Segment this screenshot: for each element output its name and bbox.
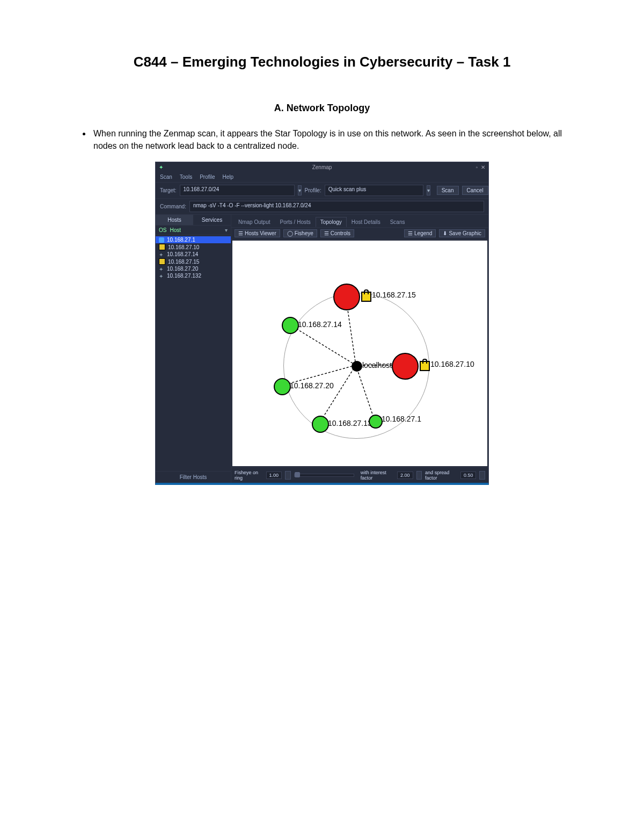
os-icon: ✦ xyxy=(159,266,164,272)
list-icon: ☰ xyxy=(238,230,243,236)
command-label: Command: xyxy=(160,204,186,209)
cancel-button[interactable]: Cancel xyxy=(462,186,488,195)
target-label: Target: xyxy=(160,187,177,193)
close-icon[interactable]: ✕ xyxy=(481,164,485,170)
fisheye-ring-label: Fisheye on ring xyxy=(235,470,263,481)
minimize-icon[interactable]: ▫ xyxy=(475,164,478,170)
col-host: Host xyxy=(170,227,181,233)
fisheye-slider[interactable] xyxy=(294,474,354,477)
section-heading: A. Network Topology xyxy=(80,103,564,114)
legend-button[interactable]: ☰Legend xyxy=(404,229,436,237)
tab-scans[interactable]: Scans xyxy=(385,217,410,227)
sidebar: Hosts Services OS Host ▾ 10.168.27.110.1… xyxy=(156,215,231,483)
command-input[interactable]: nmap -sV -T4 -O -F --version-light 10.16… xyxy=(189,201,484,212)
os-icon xyxy=(159,258,165,265)
col-os: OS xyxy=(159,227,166,233)
scan-button[interactable]: Scan xyxy=(437,186,459,195)
sort-icon[interactable]: ▾ xyxy=(225,227,228,233)
window-title: Zenmap xyxy=(312,164,332,170)
host-row[interactable]: ✦10.168.27.14 xyxy=(156,251,231,258)
controls-button[interactable]: ☰Controls xyxy=(320,229,354,237)
menu-profile[interactable]: Profile xyxy=(200,174,215,180)
fisheye-ring-stepper[interactable] xyxy=(285,471,291,480)
target-input[interactable]: 10.168.27.0/24 xyxy=(180,185,295,196)
menu-scan[interactable]: Scan xyxy=(160,174,172,180)
titlebar: ✦ Zenmap ▫ ✕ xyxy=(156,162,488,172)
fisheye-button[interactable]: ◯Fisheye xyxy=(283,229,317,237)
tab-ports-hosts[interactable]: Ports / Hosts xyxy=(275,217,315,227)
host-row[interactable]: 10.168.27.15 xyxy=(156,258,231,265)
profile-dropdown-icon[interactable]: ▾ xyxy=(427,185,430,195)
spread-factor-label: and spread factor xyxy=(425,470,457,481)
host-ip: 10.168.27.14 xyxy=(167,251,198,257)
tab-topology[interactable]: Topology xyxy=(316,217,347,227)
main-tabs: Nmap Output Ports / Hosts Topology Host … xyxy=(231,215,488,227)
fisheye-icon: ◯ xyxy=(287,230,293,236)
os-icon xyxy=(159,237,164,243)
host-row[interactable]: 10.168.27.1 xyxy=(156,236,231,243)
document-title: C844 – Emerging Technologies in Cybersec… xyxy=(80,54,564,70)
host-row[interactable]: 10.168.27.10 xyxy=(156,243,231,251)
label-10-168-27-10: 10.168.27.10 xyxy=(430,360,474,368)
interest-factor-value[interactable]: 2.00 xyxy=(397,472,413,479)
controls-icon: ☰ xyxy=(324,230,329,236)
menu-tools[interactable]: Tools xyxy=(180,174,192,180)
profile-label: Profile: xyxy=(305,187,321,193)
menu-help[interactable]: Help xyxy=(223,174,234,180)
lock-icon xyxy=(361,292,371,302)
interest-factor-label: with interest factor xyxy=(361,470,394,481)
filter-hosts-button[interactable]: Filter Hosts xyxy=(156,471,231,483)
command-row: Command: nmap -sV -T4 -O -F --version-li… xyxy=(156,198,488,214)
os-icon: ✦ xyxy=(159,252,164,257)
interest-factor-stepper[interactable] xyxy=(416,471,422,480)
topology-bottombar: Fisheye on ring 1.00 with interest facto… xyxy=(231,467,488,483)
save-graphic-button[interactable]: ⬇Save Graphic xyxy=(439,229,485,237)
spread-factor-stepper[interactable] xyxy=(479,471,485,480)
target-dropdown-icon[interactable]: ▾ xyxy=(298,185,302,195)
profile-input[interactable]: Quick scan plus xyxy=(325,185,423,196)
host-list-header: OS Host ▾ xyxy=(156,226,231,235)
os-icon xyxy=(159,244,165,250)
host-ip: 10.168.27.15 xyxy=(168,259,199,265)
zenmap-window: ✦ Zenmap ▫ ✕ Scan Tools Profile Help Tar… xyxy=(155,162,489,485)
label-10-168-27-20: 10.168.27.20 xyxy=(290,381,334,390)
tab-host-details[interactable]: Host Details xyxy=(347,217,385,227)
host-ip: 10.168.27.20 xyxy=(167,266,198,272)
topology-canvas[interactable]: localhost 10.168.27.15 10.168.27.14 10.1… xyxy=(232,241,487,466)
tab-nmap-output[interactable]: Nmap Output xyxy=(233,217,275,227)
spread-factor-value[interactable]: 0.50 xyxy=(460,472,477,479)
host-ip: 10.168.27.1 xyxy=(167,237,195,243)
label-localhost: localhost xyxy=(362,361,392,369)
label-10-168-27-15: 10.168.27.15 xyxy=(372,291,416,299)
label-10-168-27-14: 10.168.27.14 xyxy=(298,320,342,329)
save-icon: ⬇ xyxy=(443,230,447,236)
legend-icon: ☰ xyxy=(408,230,413,236)
menubar: Scan Tools Profile Help xyxy=(156,172,488,182)
bullet-list: When running the Zenmap scan, it appears… xyxy=(91,127,564,152)
host-ip: 10.168.27.10 xyxy=(168,244,199,250)
tab-services[interactable]: Services xyxy=(193,215,231,225)
host-row[interactable]: ✦10.168.27.20 xyxy=(156,265,231,272)
host-list: 10.168.27.110.168.27.10✦10.168.27.1410.1… xyxy=(156,235,231,471)
host-ip: 10.168.27.132 xyxy=(167,273,201,279)
target-row: Target: 10.168.27.0/24 ▾ Profile: Quick … xyxy=(156,182,488,198)
lock-icon xyxy=(420,361,430,371)
fisheye-ring-value[interactable]: 1.00 xyxy=(266,472,282,479)
main-panel: Nmap Output Ports / Hosts Topology Host … xyxy=(231,215,488,483)
tab-hosts[interactable]: Hosts xyxy=(156,215,193,225)
app-icon: ✦ xyxy=(159,164,163,170)
label-10-168-27-1: 10.168.27.1 xyxy=(382,415,421,423)
hosts-viewer-button[interactable]: ☰Hosts Viewer xyxy=(235,229,280,237)
os-icon: ✦ xyxy=(159,273,164,279)
host-row[interactable]: ✦10.168.27.132 xyxy=(156,272,231,279)
bullet-item: When running the Zenmap scan, it appears… xyxy=(91,127,564,152)
topology-toolbar: ☰Hosts Viewer ◯Fisheye ☰Controls ☰Legend… xyxy=(231,227,488,240)
